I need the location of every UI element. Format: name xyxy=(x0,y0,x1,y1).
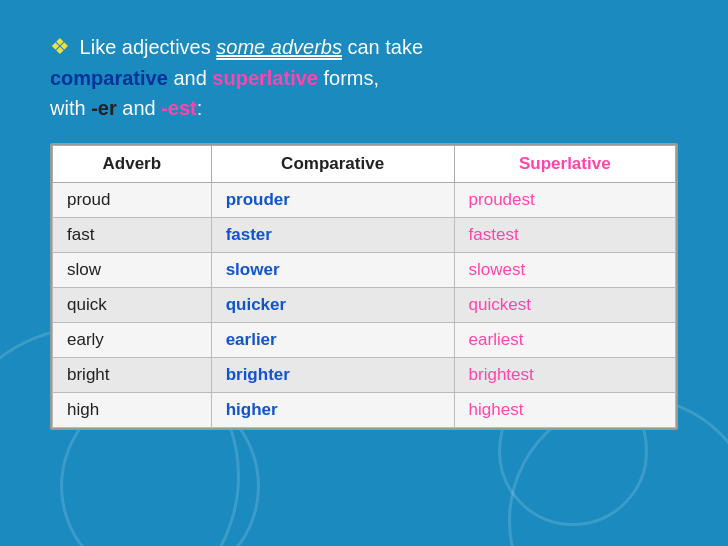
table-header-row: Adverb Comparative Superlative xyxy=(53,146,676,183)
adverb-cell: quick xyxy=(53,288,212,323)
comparative-cell: slower xyxy=(211,253,454,288)
table-row: proudprouderproudest xyxy=(53,183,676,218)
superlative-cell: earliest xyxy=(454,323,675,358)
intro-line3-end: : xyxy=(197,97,203,119)
adverb-cell: slow xyxy=(53,253,212,288)
adverb-table-wrapper: Adverb Comparative Superlative proudprou… xyxy=(50,143,678,430)
er-suffix: -er xyxy=(91,97,117,119)
comparative-cell: earlier xyxy=(211,323,454,358)
table-row: quickquickerquickest xyxy=(53,288,676,323)
header-superlative: Superlative xyxy=(454,146,675,183)
table-row: slowslowerslowest xyxy=(53,253,676,288)
intro-line2-mid: and xyxy=(168,67,212,89)
diamond-icon: ❖ xyxy=(50,34,70,59)
adverb-table: Adverb Comparative Superlative proudprou… xyxy=(52,145,676,428)
superlative-cell: highest xyxy=(454,393,675,428)
intro-line2-end: forms, xyxy=(318,67,379,89)
adverb-cell: early xyxy=(53,323,212,358)
adverb-cell: bright xyxy=(53,358,212,393)
intro-line3-start: with xyxy=(50,97,91,119)
adverbs-text: some adverbs xyxy=(216,36,342,58)
comparative-cell: higher xyxy=(211,393,454,428)
est-suffix: -est xyxy=(161,97,197,119)
table-row: fastfasterfastest xyxy=(53,218,676,253)
comparative-cell: prouder xyxy=(211,183,454,218)
table-row: brightbrighterbrightest xyxy=(53,358,676,393)
intro-line3-mid: and xyxy=(117,97,161,119)
main-content: ❖ Like adjectives some adverbs can take … xyxy=(0,0,728,450)
table-body: proudprouderproudestfastfasterfastestslo… xyxy=(53,183,676,428)
superlative-word: superlative xyxy=(212,67,318,89)
comparative-cell: faster xyxy=(211,218,454,253)
superlative-cell: fastest xyxy=(454,218,675,253)
superlative-cell: quickest xyxy=(454,288,675,323)
header-adverb: Adverb xyxy=(53,146,212,183)
comparative-word: comparative xyxy=(50,67,168,89)
intro-paragraph: ❖ Like adjectives some adverbs can take … xyxy=(50,30,678,123)
comparative-cell: brighter xyxy=(211,358,454,393)
superlative-cell: brightest xyxy=(454,358,675,393)
table-row: highhigherhighest xyxy=(53,393,676,428)
comparative-cell: quicker xyxy=(211,288,454,323)
adverb-cell: fast xyxy=(53,218,212,253)
superlative-cell: proudest xyxy=(454,183,675,218)
intro-line1-before: Like adjectives xyxy=(80,36,217,58)
adverb-cell: high xyxy=(53,393,212,428)
adverb-cell: proud xyxy=(53,183,212,218)
superlative-cell: slowest xyxy=(454,253,675,288)
intro-line1-after: can take xyxy=(342,36,423,58)
header-comparative: Comparative xyxy=(211,146,454,183)
table-row: earlyearlierearliest xyxy=(53,323,676,358)
